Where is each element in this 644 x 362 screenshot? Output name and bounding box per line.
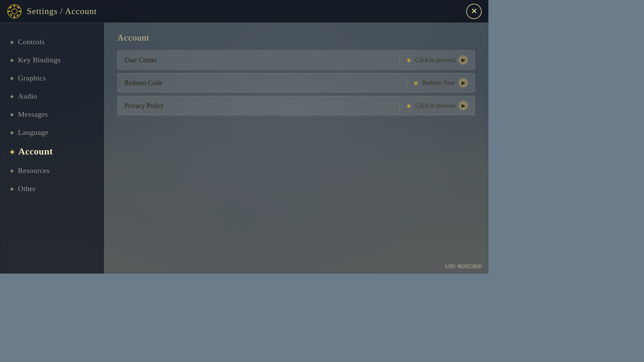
sidebar-item-label: Language bbox=[18, 128, 49, 137]
sidebar-item-label: Audio bbox=[18, 92, 38, 101]
sidebar-item-label: Other bbox=[18, 184, 36, 193]
gear-icon bbox=[7, 4, 22, 19]
action-row-divider bbox=[407, 78, 407, 88]
action-row-label: Redeem Code bbox=[124, 79, 400, 87]
sidebar-item-graphics[interactable]: ◆Graphics bbox=[0, 69, 104, 87]
action-row-cta: Redeem Now bbox=[422, 79, 455, 86]
action-row-label: Privacy Policy bbox=[124, 102, 393, 110]
action-row-arrow-icon: ▶ bbox=[459, 101, 468, 110]
action-row-label: User Center bbox=[124, 56, 393, 64]
section-title: Account bbox=[117, 33, 475, 43]
action-row-divider bbox=[399, 55, 400, 65]
action-row-cta: Click to proceed bbox=[415, 102, 455, 109]
sidebar: ◆Controls◆Key Bindings◆Graphics◆Audio◆Me… bbox=[0, 23, 104, 274]
diamond-icon: ◆ bbox=[10, 130, 14, 135]
sidebar-item-controls[interactable]: ◆Controls bbox=[0, 33, 104, 51]
uid-display: UID: 802823820 bbox=[445, 263, 482, 269]
header-title: Settings / Account bbox=[27, 6, 97, 16]
action-row-right: Click to proceed▶ bbox=[415, 55, 468, 65]
close-icon: ✕ bbox=[471, 7, 477, 16]
diamond-icon: ◈ bbox=[10, 148, 14, 155]
diamond-icon: ◆ bbox=[10, 57, 14, 63]
sidebar-item-messages[interactable]: ◆Messages bbox=[0, 105, 104, 123]
sidebar-item-audio[interactable]: ◆Audio bbox=[0, 87, 104, 105]
action-row-diamond-icon: ◈ bbox=[414, 79, 418, 86]
action-row-diamond-icon: ◈ bbox=[407, 102, 411, 109]
action-row-privacy-policy[interactable]: Privacy Policy◈Click to proceed▶ bbox=[117, 96, 475, 115]
action-row-redeem-code[interactable]: Redeem Code◈Redeem Now▶ bbox=[117, 73, 475, 93]
action-row-arrow-icon: ▶ bbox=[459, 78, 468, 87]
sidebar-item-key-bindings[interactable]: ◆Key Bindings bbox=[0, 51, 104, 69]
sidebar-item-other[interactable]: ◆Other bbox=[0, 180, 104, 198]
sidebar-item-label: Resources bbox=[18, 166, 50, 175]
close-button[interactable]: ✕ bbox=[466, 4, 482, 19]
action-row-right: Redeem Now▶ bbox=[422, 78, 468, 87]
action-row-user-center[interactable]: User Center◈Click to proceed▶ bbox=[117, 50, 475, 70]
sidebar-item-label: Account bbox=[18, 146, 53, 157]
diamond-icon: ◆ bbox=[10, 186, 14, 192]
diamond-icon: ◆ bbox=[10, 94, 14, 99]
sidebar-item-resources[interactable]: ◆Resources bbox=[0, 162, 104, 180]
action-row-diamond-icon: ◈ bbox=[407, 56, 411, 64]
action-row-divider bbox=[399, 101, 400, 111]
sidebar-item-language[interactable]: ◆Language bbox=[0, 123, 104, 141]
main-content: Account User Center◈Click to proceed▶Red… bbox=[104, 23, 488, 274]
sidebar-item-label: Controls bbox=[18, 38, 45, 46]
diamond-icon: ◆ bbox=[10, 112, 14, 117]
diamond-icon: ◆ bbox=[10, 168, 14, 174]
sidebar-item-label: Key Bindings bbox=[18, 56, 61, 64]
diamond-icon: ◆ bbox=[10, 75, 14, 81]
sidebar-item-label: Graphics bbox=[18, 74, 46, 82]
diamond-icon: ◆ bbox=[10, 39, 14, 45]
sidebar-item-account[interactable]: ◈Account bbox=[0, 141, 104, 162]
action-row-right: Click to proceed▶ bbox=[415, 101, 468, 110]
svg-rect-5 bbox=[18, 11, 21, 12]
action-row-arrow-icon: ▶ bbox=[459, 55, 468, 65]
svg-rect-3 bbox=[14, 15, 15, 18]
action-row-cta: Click to proceed bbox=[415, 57, 455, 64]
header-left: Settings / Account bbox=[7, 4, 97, 19]
svg-rect-4 bbox=[8, 11, 10, 12]
sidebar-item-label: Messages bbox=[18, 110, 48, 119]
svg-rect-2 bbox=[14, 5, 15, 7]
header: Settings / Account ✕ bbox=[0, 0, 488, 23]
